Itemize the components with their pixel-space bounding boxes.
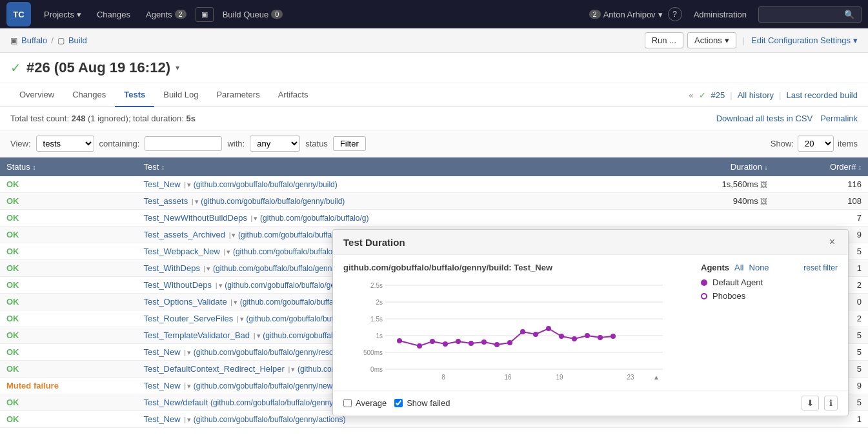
nav-agents[interactable]: Agents 2 [139,7,193,22]
test-dropdown[interactable]: ▾ [234,298,237,306]
test-dropdown[interactable]: ▾ [187,181,191,188]
test-dropdown[interactable]: ▾ [227,248,230,256]
test-stats: Total test count: 248 (1 ignored); total… [10,114,711,123]
show-failed-checkbox[interactable] [394,399,403,407]
svg-point-27 [533,332,538,337]
cell-status: OK [0,294,137,310]
col-test[interactable]: Test ↕ [137,157,651,176]
test-dropdown[interactable]: ▾ [254,214,257,222]
agents-all-link[interactable]: All [734,263,743,272]
test-dropdown[interactable]: ▾ [207,265,210,272]
items-label: items [838,139,858,148]
filter-bar: Total test count: 248 (1 ignored); total… [0,107,868,130]
test-repo-link[interactable]: (github.com/gobuffalo/buffalo/genny/newa… [194,381,356,390]
nav-user[interactable]: 2 Anton Arhipov ▾ [589,10,663,19]
status-select[interactable]: any passed failed muted ignored [250,136,300,152]
test-dropdown[interactable]: ▾ [195,197,199,205]
test-repo-link[interactable]: (github.com/gobuffalo/buffalo/genny/acti… [194,415,346,424]
test-name-link[interactable]: Test_New/default [144,398,208,407]
permalink-link[interactable]: Permalink [820,114,858,123]
nav-help[interactable]: ? [668,7,682,21]
test-name-link[interactable]: Test_WithDeps [144,263,200,273]
test-dropdown[interactable]: ▾ [219,281,223,289]
nav-search-input[interactable] [764,10,842,19]
tab-overview[interactable]: Overview [10,83,63,107]
actions-button[interactable]: Actions ▾ [687,32,736,48]
test-dropdown[interactable]: ▾ [187,382,191,390]
test-repo-link[interactable]: (github.com/gobuffalo/buffalo/genny/buil… [201,197,345,206]
show-select[interactable]: 10 20 50 100 [798,136,834,152]
modal-info-button[interactable]: ℹ [824,396,838,410]
test-name-link[interactable]: Test_Options_Validate [144,297,227,307]
test-repo-link[interactable]: (github.com/gobuffalo/buffalo/g) [260,214,368,223]
edit-config-link[interactable]: Edit Configuration Settings ▾ [751,35,858,45]
top-nav: TC Projects ▾ Changes Agents 2 ▣ Build Q… [0,0,868,28]
col-status[interactable]: Status ↕ [0,157,137,176]
prev-build-link[interactable]: #25 [711,90,725,100]
run-button[interactable]: Run ... [645,32,683,48]
cell-status: OK [0,310,137,327]
modal-header: Test Duration × [333,230,848,255]
col-duration[interactable]: Duration ↓ [651,157,774,176]
legend-dot-default [701,279,707,286]
test-name-link[interactable]: Test_New [144,347,181,357]
test-name-link[interactable]: Test_New [144,381,181,390]
average-checkbox[interactable] [343,399,352,407]
svg-text:1s: 1s [376,332,383,339]
tab-parameters[interactable]: Parameters [207,83,268,107]
col-order[interactable]: Order# ↕ [774,157,868,176]
test-repo-link[interactable]: (github.com/gobuffalo/buffalo/genny/reso… [194,348,351,357]
containing-input[interactable] [145,136,222,151]
cell-order: 116 [774,176,868,193]
nav-changes[interactable]: Changes [90,7,137,22]
svg-point-29 [559,334,564,339]
test-name-link[interactable]: Test_New [144,179,181,189]
test-dropdown[interactable]: ▾ [187,416,191,423]
nav-administration[interactable]: Administration [687,7,753,22]
cell-status: OK [0,243,137,260]
cell-test: Test_New |▾ (github.com/gobuffalo/buffal… [137,176,651,193]
svg-point-33 [611,334,616,339]
filter-button[interactable]: Filter [333,136,366,151]
tab-tests[interactable]: Tests [115,83,154,107]
reset-filter-link[interactable]: reset filter [803,263,838,272]
test-name-link[interactable]: Test_WithoutDeps [144,280,212,290]
tab-artifacts[interactable]: Artifacts [269,83,318,107]
all-history-link[interactable]: All history [738,90,774,100]
average-checkbox-row: Average [343,398,387,408]
tab-build-log[interactable]: Build Log [154,83,207,107]
nav-projects[interactable]: Projects ▾ [37,7,88,22]
test-name-link[interactable]: Test_Webpack_New [144,247,220,256]
test-name-link[interactable]: Test_TemplateValidator_Bad [144,330,250,340]
breadcrumb-project[interactable]: Buffalo [21,35,47,45]
test-name-link[interactable]: Test_Router_ServeFiles [144,314,234,323]
svg-text:19: 19 [556,374,563,381]
test-repo-link[interactable]: (github.com/gobuffalo/buffalo/genny/buil… [194,180,338,189]
last-recorded-link[interactable]: Last recorded build [786,90,858,100]
test-name-link[interactable]: Test_DefaultContext_Redirect_Helper [144,364,285,374]
test-dropdown[interactable]: ▾ [257,332,261,339]
tc-logo[interactable]: TC [6,2,31,26]
download-csv-link[interactable]: Download all tests in CSV [716,114,813,123]
test-name-link[interactable]: Test_NewWithoutBuildDeps [144,213,247,223]
view-select[interactable]: tests suites packages [36,136,94,152]
breadcrumb-build[interactable]: Build [68,35,87,45]
svg-point-22 [469,341,474,346]
build-title-dropdown-icon[interactable]: ▾ [176,63,179,72]
cell-test: Test_assets |▾ (github.com/gobuffalo/buf… [137,193,651,210]
test-name-link[interactable]: Test_New [144,414,181,424]
modal-close-button[interactable]: × [827,236,838,248]
modal-download-button[interactable]: ⬇ [802,396,819,410]
test-name-link[interactable]: Test_assets [144,196,188,206]
tabs-sep: | [730,90,732,100]
test-dropdown[interactable]: ▾ [232,231,236,239]
nav-build-queue[interactable]: Build Queue 0 [216,7,290,22]
agents-none-link[interactable]: None [749,263,769,272]
test-name-link[interactable]: Test_assets_Archived [144,230,225,239]
tab-changes[interactable]: Changes [63,83,115,107]
nav-grid-icon[interactable]: ▣ [196,7,214,22]
test-dropdown[interactable]: ▾ [291,365,295,373]
svg-point-21 [456,339,461,344]
test-dropdown[interactable]: ▾ [187,349,191,356]
test-dropdown[interactable]: ▾ [240,315,244,323]
